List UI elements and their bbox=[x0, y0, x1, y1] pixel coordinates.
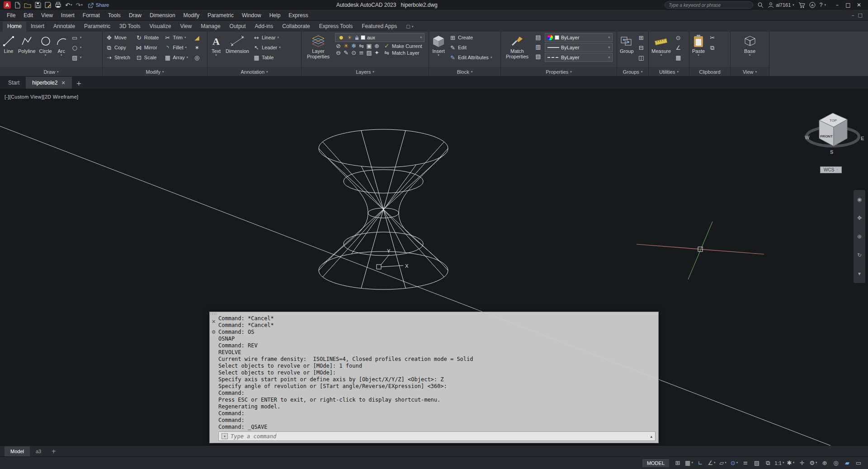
group-edit-button[interactable]: ⊞ bbox=[637, 33, 646, 43]
layout-tab-model[interactable]: Model bbox=[5, 446, 30, 456]
insert-block-button[interactable]: Insert ▾ bbox=[431, 33, 446, 67]
annotation-visibility-button[interactable]: ✱▾ bbox=[786, 459, 796, 468]
menu-file[interactable]: File bbox=[3, 11, 19, 20]
layer-merge-icon[interactable]: ⊕ bbox=[373, 43, 380, 49]
ortho-mode-button[interactable]: ∟ bbox=[695, 459, 705, 468]
ribbon-tab-express-tools[interactable]: Express Tools bbox=[315, 21, 357, 32]
clipboard-panel-label[interactable]: Clipboard bbox=[689, 67, 730, 76]
file-tab-start[interactable]: Start bbox=[2, 77, 26, 89]
grid-display-button[interactable]: ⊞ bbox=[673, 459, 683, 468]
linear-button[interactable]: ↔Linear▾ bbox=[252, 33, 282, 43]
object-color-select[interactable]: ByLayer ▾ bbox=[545, 33, 613, 42]
stretch-button[interactable]: ⇢Stretch bbox=[104, 52, 132, 62]
save-button[interactable] bbox=[35, 2, 41, 8]
layer-edit-icon[interactable]: ✎ bbox=[343, 50, 349, 56]
modify-panel-label[interactable]: Modify▾ bbox=[103, 67, 207, 76]
ribbon-tab-output[interactable]: Output bbox=[225, 21, 250, 32]
snap-mode-button[interactable]: ▦▾ bbox=[684, 459, 694, 468]
layer-unisolate-icon[interactable]: ⊙ bbox=[350, 50, 357, 56]
ribbon-tab-view[interactable]: View bbox=[175, 21, 196, 32]
copy-button[interactable]: ⧉Copy bbox=[104, 43, 132, 52]
new-file-button[interactable] bbox=[14, 2, 20, 9]
view-panel-label[interactable]: View▾ bbox=[731, 67, 769, 76]
ribbon-tab-collaborate[interactable]: Collaborate bbox=[278, 21, 314, 32]
annotation-monitor-button[interactable]: ⊕ bbox=[820, 459, 830, 468]
line-button[interactable]: Line bbox=[2, 33, 15, 67]
paste-button[interactable]: Paste ▾ bbox=[691, 33, 706, 67]
new-drawing-tab-button[interactable]: + bbox=[72, 78, 86, 89]
menu-view[interactable]: View bbox=[37, 11, 57, 20]
share-button[interactable]: Share bbox=[88, 2, 109, 8]
layer-walk-icon[interactable]: ⇋ bbox=[358, 43, 365, 49]
doc-restore-icon[interactable]: □ bbox=[858, 13, 863, 18]
menu-parametric[interactable]: Parametric bbox=[203, 11, 238, 20]
object-snap-button[interactable]: ⊙▾ bbox=[729, 459, 739, 468]
properties-panel-label[interactable]: Properties▾ bbox=[501, 67, 617, 76]
ribbon-tab-featured-apps[interactable]: Featured Apps bbox=[357, 21, 401, 32]
zoom-icon[interactable]: ⊕ bbox=[856, 234, 863, 239]
layer-lock-toggle-icon[interactable]: ▣ bbox=[366, 43, 373, 49]
search-button[interactable] bbox=[757, 2, 764, 8]
object-isolate-button[interactable]: ◎ bbox=[831, 459, 841, 468]
layer-thaw-all-icon[interactable]: ☀ bbox=[343, 43, 349, 49]
help-menu[interactable]: ?▾ bbox=[820, 2, 826, 8]
offset-button[interactable]: ◎ bbox=[192, 52, 202, 62]
command-history-expand-icon[interactable]: ▴ bbox=[650, 434, 652, 439]
command-close-icon[interactable]: ✕ bbox=[212, 319, 216, 325]
layout-tab-a3[interactable]: a3 bbox=[30, 446, 47, 456]
dimension-button[interactable]: Dimension bbox=[225, 33, 250, 67]
navigation-wheel-icon[interactable]: ◉ bbox=[856, 197, 863, 202]
menu-draw[interactable]: Draw bbox=[125, 11, 146, 20]
ribbon-tab-insert[interactable]: Insert bbox=[26, 21, 49, 32]
selection-cycling-button[interactable]: ⧉ bbox=[763, 459, 773, 468]
redo-button[interactable]: ↷▾ bbox=[75, 2, 82, 8]
lineweight-display-button[interactable]: ≡ bbox=[741, 459, 750, 468]
workspace-switching-button[interactable]: ⚙▾ bbox=[808, 459, 818, 468]
clean-screen-button[interactable]: ▭ bbox=[854, 459, 863, 468]
undo-button[interactable]: ↶▾ bbox=[65, 2, 72, 8]
leader-button[interactable]: ↖Leader▾ bbox=[252, 43, 282, 52]
explode-button[interactable]: ✶ bbox=[192, 43, 202, 52]
autocad-logo-icon[interactable]: A bbox=[4, 1, 11, 9]
command-customize-icon[interactable]: ⚙ bbox=[212, 329, 216, 335]
ribbon-tab-add-ins[interactable]: Add-ins bbox=[250, 21, 278, 32]
navbar-more-icon[interactable]: ▾ bbox=[856, 271, 863, 276]
account-menu[interactable]: al7161 ▾ bbox=[768, 2, 794, 8]
create-block-button[interactable]: ⊞Create bbox=[448, 33, 493, 43]
drawing-viewport[interactable]: Y X [-][Custom View][2D Wireframe] W S E… bbox=[0, 89, 868, 445]
ribbon-tab-home[interactable]: Home bbox=[3, 21, 26, 32]
groups-panel-label[interactable]: Groups▾ bbox=[617, 67, 648, 76]
app-store-button[interactable] bbox=[798, 2, 805, 8]
ribbon-display-toggle[interactable]: □▾ bbox=[406, 24, 413, 32]
group-selection-button[interactable]: ◫ bbox=[637, 52, 646, 62]
rotate-button[interactable]: ↻Rotate bbox=[134, 33, 160, 43]
ungroup-button[interactable]: ⊟ bbox=[637, 43, 646, 52]
color-list-icon[interactable]: ▤ bbox=[533, 33, 543, 42]
new-layout-button[interactable]: + bbox=[47, 448, 60, 455]
text-button[interactable]: A Text ▾ bbox=[209, 33, 223, 67]
group-button[interactable]: Group bbox=[619, 33, 635, 67]
command-input[interactable] bbox=[231, 433, 647, 440]
copy-clip-button[interactable]: ⧉ bbox=[708, 43, 717, 52]
scale-button[interactable]: ⊡Scale bbox=[134, 52, 160, 62]
plot-button[interactable] bbox=[55, 2, 61, 8]
isodraft-button[interactable]: ▱▾ bbox=[718, 459, 728, 468]
linetype-list-icon[interactable]: ▧ bbox=[533, 52, 543, 61]
menu-help[interactable]: Help bbox=[265, 11, 285, 20]
menu-dimension[interactable]: Dimension bbox=[146, 11, 179, 20]
edit-attributes-button[interactable]: ✎Edit Attributes▾ bbox=[448, 52, 493, 62]
linetype-select[interactable]: ByLayer ▾ bbox=[545, 53, 613, 62]
table-button[interactable]: ▦Table bbox=[252, 52, 282, 62]
mirror-button[interactable]: ⋈Mirror bbox=[134, 43, 160, 52]
layer-properties-button[interactable]: Layer Properties bbox=[303, 33, 333, 67]
ribbon-tab-3d-tools[interactable]: 3D Tools bbox=[115, 21, 145, 32]
ribbon-tab-visualize[interactable]: Visualize bbox=[145, 21, 176, 32]
ribbon-tab-manage[interactable]: Manage bbox=[196, 21, 225, 32]
pan-icon[interactable]: ✥ bbox=[856, 215, 863, 221]
layer-states-icon[interactable]: ≡ bbox=[358, 50, 365, 56]
menu-modify[interactable]: Modify bbox=[179, 11, 203, 20]
autoscale-button[interactable]: ✛ bbox=[797, 459, 807, 468]
hatch-button[interactable]: ▨▾ bbox=[70, 52, 83, 62]
ribbon-tab-annotate[interactable]: Annotate bbox=[49, 21, 80, 32]
match-properties-button[interactable]: Match Properties bbox=[503, 33, 532, 67]
